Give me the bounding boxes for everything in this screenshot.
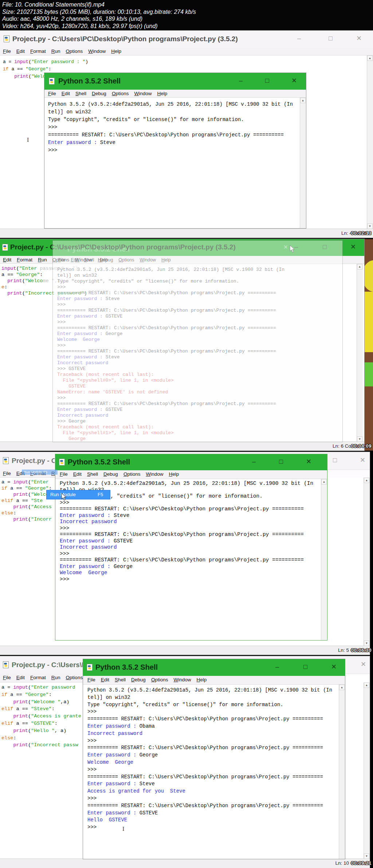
scroll-down-icon[interactable]: ▼	[357, 436, 362, 442]
editor-title: Project.py - C:\Users\PC\Desktop\Python …	[12, 35, 238, 43]
close-button[interactable]: ✕	[360, 457, 365, 463]
menu-item-help[interactable]: Help	[111, 48, 121, 54]
scroll-up-icon[interactable]: ▲	[339, 685, 345, 690]
menu-item-debug[interactable]: Debug	[103, 471, 118, 477]
menu-item-edit[interactable]: Edit	[3, 257, 11, 262]
close-button[interactable]: ✕	[356, 35, 362, 42]
menu-item-edit[interactable]: Edit	[71, 257, 79, 262]
menu-item-edit[interactable]: Edit	[62, 91, 70, 96]
shell-titlebar[interactable]: Python 3.5.2 Shell – □ ✕	[44, 73, 306, 90]
shell-scrollbar[interactable]: ▲	[300, 98, 306, 228]
menu-item-run[interactable]: Run	[51, 48, 60, 54]
menu-item-help[interactable]: Help	[196, 677, 207, 682]
editor-scrollbar[interactable]: ▲ ▼	[357, 264, 363, 442]
menu-item-options[interactable]: Options	[118, 257, 134, 262]
menu-item-debug[interactable]: Debug	[131, 677, 146, 682]
menu-item-file[interactable]: File	[3, 48, 11, 54]
menu-item-help[interactable]: Help	[169, 471, 179, 477]
menu-item-file[interactable]: File	[58, 257, 65, 262]
menu-item-options[interactable]: Options	[151, 677, 168, 682]
menu-item-help[interactable]: Help	[161, 257, 171, 262]
shell-title: Python 3.5.2 Shell	[68, 458, 130, 466]
minimize-button[interactable]: –	[252, 458, 256, 465]
menu-item-format[interactable]: Format	[30, 48, 46, 54]
menu-item-shell[interactable]: Shell	[75, 91, 86, 96]
scroll-up-icon[interactable]: ▲	[364, 478, 369, 483]
shell-text-area[interactable]: Python 3.5.2 (v3.5.2:4def2a2901a5, Jun 2…	[44, 98, 300, 228]
text-line: George	[57, 436, 284, 442]
text-line: ========== RESTART: C:\Users\PC\Desktop\…	[87, 802, 332, 810]
close-button[interactable]: ✕	[331, 663, 337, 670]
menu-item-options[interactable]: Options	[112, 91, 129, 96]
menu-item-edit[interactable]: Edit	[16, 48, 25, 54]
meta-line: Video: h264, yuv420p, 1280x720, 81 kb/s,…	[2, 23, 373, 30]
text-line: >>>	[57, 302, 284, 308]
menu-item-options[interactable]: Options	[66, 48, 83, 54]
menu-item-debug[interactable]: Debug	[100, 257, 113, 262]
menu-item-file[interactable]: File	[3, 675, 11, 680]
text-line: ========== RESTART: C:\Users\PC\Desktop\…	[60, 532, 313, 538]
maximize-button[interactable]: □	[333, 457, 337, 463]
text-line: >>>	[87, 737, 332, 745]
menu-item-edit[interactable]: Edit	[16, 675, 25, 680]
text-line: >>>	[57, 343, 284, 349]
close-button[interactable]: ✕	[361, 661, 366, 667]
editor-scrollbar[interactable]: ▲ ▼	[367, 55, 373, 229]
editor-code: a = input("Enter passwordif a == "George…	[1, 684, 81, 749]
maximize-button[interactable]: □	[303, 663, 307, 670]
menu-item-help[interactable]: Help	[157, 91, 167, 96]
menu-item-debug[interactable]: Debug	[92, 91, 106, 96]
menu-item-shell[interactable]: Shell	[87, 471, 98, 477]
menu-item-file[interactable]: File	[60, 471, 68, 477]
menu-item-run[interactable]: Run	[38, 257, 47, 262]
menu-item-options[interactable]: Options	[66, 675, 83, 680]
menu-item-format[interactable]: Format	[17, 257, 32, 262]
text-line: Enter password : GSTEVE	[60, 538, 313, 545]
menu-item-file[interactable]: File	[87, 677, 95, 682]
minimize-button[interactable]: –	[275, 663, 279, 670]
maximize-button[interactable]: □	[329, 35, 333, 42]
close-button[interactable]: ✕	[350, 244, 356, 250]
menu-item-shell[interactable]: Shell	[115, 677, 126, 682]
menu-item-window[interactable]: Window	[146, 471, 163, 477]
close-button[interactable]: ✕	[306, 458, 311, 465]
editor-scrollbar[interactable]: ▲ ▼	[364, 478, 370, 646]
frame-timestamp: 00:04:09	[351, 443, 372, 449]
run-module-menu-item[interactable]: Run Module F5	[46, 490, 110, 499]
menu-item-edit[interactable]: Edit	[73, 471, 82, 477]
menu-item-shell[interactable]: Shell	[84, 257, 94, 262]
scroll-up-icon[interactable]: ▲	[364, 682, 369, 688]
menu-item-window[interactable]: Window	[88, 48, 106, 54]
scroll-up-icon[interactable]: ▲	[357, 264, 362, 269]
menu-item-run[interactable]: Run	[51, 675, 60, 680]
maximize-button[interactable]: □	[265, 77, 269, 84]
editor-scrollbar[interactable]: ▲ ▼	[364, 682, 370, 859]
shell-titlebar[interactable]: Python 3.5.2 Shell – □ ✕	[55, 454, 327, 470]
menu-item-format[interactable]: Format	[30, 675, 46, 680]
scroll-down-icon[interactable]: ▼	[367, 223, 373, 229]
menu-item-window[interactable]: Window	[173, 677, 191, 682]
shell-titlebar[interactable]: Python 3.5.2 Shell – □ ✕	[83, 659, 345, 676]
text-line: elif a == "GSTEVE":	[1, 720, 81, 727]
maximize-button[interactable]: □	[279, 458, 283, 465]
shell-text-area[interactable]: Python 3.5.2 (v3.5.2:4def2a2901a5, Jun 2…	[83, 685, 339, 859]
menu-item-window[interactable]: Window	[140, 257, 156, 262]
close-button[interactable]: ✕	[291, 77, 297, 84]
scroll-up-icon[interactable]: ▲	[321, 479, 327, 484]
minimize-button[interactable]: –	[239, 77, 243, 84]
scroll-up-icon[interactable]: ▲	[367, 55, 373, 61]
shell-text-area[interactable]: Python 3.5.2 (v3.5.2:4def2a2901a5, Jun 2…	[55, 479, 321, 640]
scroll-down-icon[interactable]: ▼	[364, 641, 369, 646]
minimize-button[interactable]: –	[297, 35, 301, 42]
editor-titlebar[interactable]: Project.py - C:\Users\PC\Desktop\Python …	[0, 31, 373, 48]
shell-scrollbar[interactable]: ▲	[321, 479, 327, 640]
text-line: >>>	[87, 795, 332, 802]
scroll-up-icon[interactable]: ▲	[300, 98, 306, 103]
shell-scrollbar[interactable]: ▲	[339, 685, 345, 859]
scroll-down-icon[interactable]: ▼	[364, 853, 369, 859]
menu-item-edit[interactable]: Edit	[101, 677, 109, 682]
menu-item-options[interactable]: Options	[123, 471, 141, 477]
menu-item-window[interactable]: Window	[134, 91, 152, 96]
menu-item-file[interactable]: File	[48, 91, 56, 96]
menu-item-file[interactable]: File	[3, 471, 11, 476]
